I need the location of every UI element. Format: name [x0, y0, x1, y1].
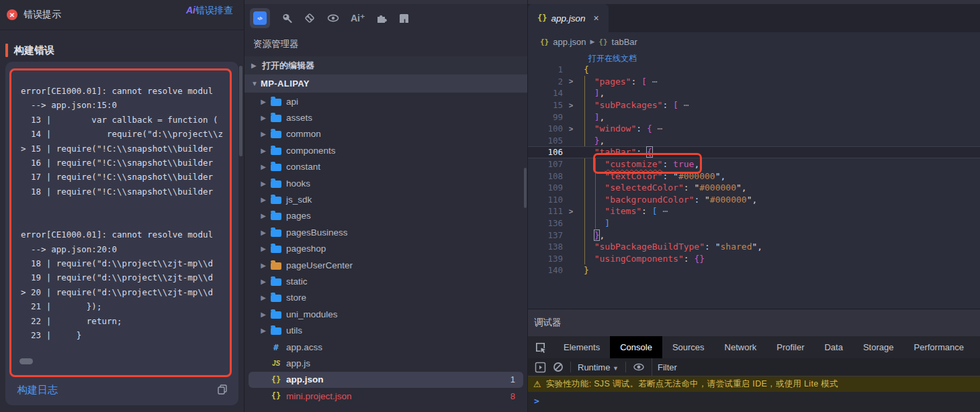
code-line[interactable]: 136 ]	[528, 217, 980, 229]
tree-file-app.acss[interactable]: #app.acss	[249, 339, 523, 355]
clear-console-icon[interactable]	[553, 362, 564, 372]
chevron-right-icon: ▶	[258, 147, 269, 154]
tree-folder-pagesBusiness[interactable]: ▶pagesBusiness	[249, 224, 523, 240]
breadcrumb[interactable]: {} app.json ▶ {} tabBar	[528, 32, 980, 51]
code-line[interactable]: 99 ],	[528, 111, 980, 123]
open-editors-row[interactable]: ▶ 打开的编辑器	[244, 56, 527, 74]
code-line[interactable]: 15> "subPackages": [ ⋯	[528, 99, 980, 111]
line-number: 100	[528, 123, 563, 134]
tree-folder-common[interactable]: ▶common	[249, 126, 523, 142]
debugger-tab-storage[interactable]: Storage	[853, 336, 904, 358]
inspect-element-icon[interactable]	[528, 336, 553, 358]
tree-file-app.js[interactable]: JSapp.js	[249, 355, 523, 371]
error-block: error[CE1000.01]: cannot resolve modul -…	[21, 84, 230, 199]
scrollbar-thumb-horizontal[interactable]	[19, 358, 33, 364]
open-docs-codelens[interactable]: 打开在线文档	[588, 53, 637, 64]
source-control-icon[interactable]	[304, 12, 316, 24]
code-line[interactable]: 137 },	[528, 229, 980, 241]
code-line[interactable]: 110 "backgroundColor": "#000000",	[528, 194, 980, 206]
console-input-line[interactable]: >	[528, 392, 980, 412]
chevron-right-icon: ▶	[258, 245, 269, 252]
copy-icon[interactable]	[217, 384, 228, 395]
line-number: 140	[528, 265, 563, 275]
tree-label: pagesBusiness	[286, 227, 348, 238]
tab-app-json[interactable]: {} app.json ×	[528, 4, 609, 32]
tree-folder-hooks[interactable]: ▶hooks	[249, 175, 523, 191]
tree-folder-pages[interactable]: ▶pages	[249, 208, 523, 224]
close-icon[interactable]: ×	[594, 13, 599, 23]
code-line[interactable]: 1{	[528, 64, 980, 76]
tree-folder-js_sdk[interactable]: ▶js_sdk	[249, 191, 523, 207]
tree-folder-pageUserCenter[interactable]: ▶pageUserCenter	[249, 257, 523, 273]
bookmark-icon[interactable]	[398, 13, 410, 24]
tree-file-mini.project.json[interactable]: {}mini.project.json8	[249, 388, 523, 404]
hash-file-icon: #	[269, 342, 283, 352]
tree-folder-store[interactable]: ▶store	[249, 290, 523, 306]
eval-panel-icon[interactable]	[535, 362, 546, 373]
chevron-right-icon: ▶	[258, 311, 269, 318]
build-log-link[interactable]: 构建日志	[17, 384, 58, 395]
debugger-tabs: ElementsConsoleSourcesNetworkProfilerDat…	[528, 336, 980, 358]
tree-folder-static[interactable]: ▶static	[249, 273, 523, 289]
debugger-tab-console[interactable]: Console	[610, 336, 662, 358]
folder-icon	[269, 277, 283, 286]
code-line[interactable]: 105 },	[528, 135, 980, 147]
preview-eye-icon[interactable]	[326, 12, 340, 24]
fold-arrow-icon[interactable]: >	[566, 101, 576, 109]
tree-folder-components[interactable]: ▶components	[249, 142, 523, 158]
tree-folder-pageshop[interactable]: ▶pageshop	[249, 241, 523, 257]
eye-icon[interactable]	[633, 362, 645, 372]
chevron-right-icon: ▶	[258, 327, 269, 334]
search-icon[interactable]	[281, 12, 293, 24]
scrollbar-thumb-vertical[interactable]	[239, 66, 242, 156]
tree-folder-utils[interactable]: ▶utils	[249, 322, 523, 338]
fold-arrow-icon[interactable]: >	[566, 77, 576, 85]
code-line[interactable]: 14 ],	[528, 87, 980, 99]
files-icon[interactable]: ‹/›	[250, 8, 270, 28]
warning-text: 实验性功能: SJS 调试。若断点无法命中，请尝试重启 IDE，或使用 Lite…	[546, 378, 838, 390]
ai-assistant-icon[interactable]: Ai⁺	[351, 13, 365, 23]
tree-folder-uni_modules[interactable]: ▶uni_modules	[249, 306, 523, 322]
extensions-icon[interactable]	[375, 12, 388, 24]
folder-icon	[269, 113, 283, 122]
code-line[interactable]: 100> "window": { ⋯	[528, 123, 980, 135]
code-line[interactable]: 109 "selectedColor": "#000000",	[528, 182, 980, 194]
top-strip	[244, 0, 527, 4]
fold-arrow-icon[interactable]: >	[566, 207, 576, 215]
tree-folder-api[interactable]: ▶api	[249, 93, 523, 109]
folder-icon	[269, 195, 283, 204]
ai-troubleshoot-link[interactable]: Ai错误排查	[186, 5, 233, 17]
debugger-tab-applog[interactable]: AppLog	[974, 336, 980, 358]
code-line[interactable]: 139 "usingComponents": {}	[528, 253, 980, 265]
line-number: 138	[528, 242, 563, 252]
editor-panel: {} app.json × {} app.json ▶ {} tabBar 打开…	[527, 0, 980, 412]
debugger-tab-profiler[interactable]: Profiler	[766, 336, 814, 358]
folder-icon	[269, 261, 283, 270]
code-line[interactable]: 140}	[528, 264, 980, 276]
tree-file-app.json[interactable]: {}app.json1	[249, 372, 523, 388]
folder-icon	[269, 326, 283, 335]
debugger-tab-network[interactable]: Network	[715, 336, 767, 358]
debugger-tab-performance[interactable]: Performance	[904, 336, 974, 358]
line-number: 15	[528, 100, 563, 110]
debugger-tab-data[interactable]: Data	[814, 336, 852, 358]
line-number: 107	[528, 159, 563, 169]
explorer-scrollbar-thumb[interactable]	[524, 168, 527, 208]
fold-arrow-icon[interactable]: >	[566, 125, 576, 133]
filter-input[interactable]	[652, 362, 964, 372]
folder-icon	[269, 162, 283, 171]
code-line[interactable]: 2> "pages": [ ⋯	[528, 76, 980, 88]
code-line[interactable]: 138 "subPackageBuildType": "shared",	[528, 241, 980, 253]
tree-folder-constant[interactable]: ▶constant	[249, 159, 523, 175]
tree-label: utils	[286, 325, 302, 336]
line-number: 14	[528, 88, 563, 98]
project-root-row[interactable]: ▼ MP-ALIPAY	[244, 74, 527, 93]
code-line[interactable]: 111> "items": [ ⋯	[528, 205, 980, 217]
debugger-panel: 调试器 ElementsConsoleSourcesNetworkProfile…	[528, 309, 980, 412]
line-number: 1	[528, 64, 563, 74]
debugger-tab-elements[interactable]: Elements	[553, 336, 610, 358]
runtime-dropdown[interactable]: Runtime ▼	[578, 362, 619, 372]
debugger-tab-sources[interactable]: Sources	[662, 336, 715, 358]
tree-label: app.acss	[286, 342, 322, 352]
tree-folder-assets[interactable]: ▶assets	[249, 109, 523, 125]
